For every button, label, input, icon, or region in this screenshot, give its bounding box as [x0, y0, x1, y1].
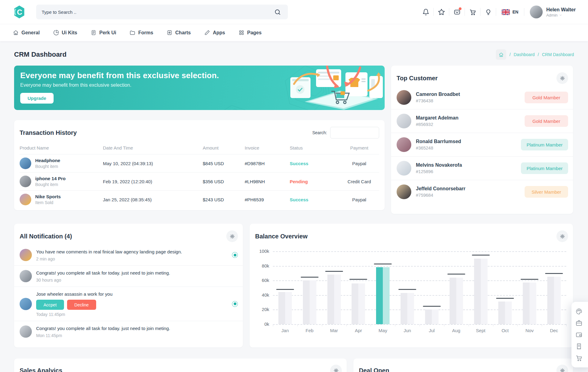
column-header: Date And Time: [103, 145, 203, 150]
nav-item-apps[interactable]: Apps: [204, 30, 225, 36]
chevron-down-icon: [559, 13, 562, 17]
target-marker: [301, 277, 318, 278]
breadcrumb-crm-dashboard[interactable]: CRM Dashboard: [542, 52, 574, 57]
x-tick: [273, 324, 273, 326]
notification-accpet-button[interactable]: Accpet: [36, 300, 64, 310]
breadcrumb-home-button[interactable]: [496, 49, 506, 60]
header-actions: EN Helen Walter Admin: [419, 5, 576, 19]
sales-settings-button[interactable]: [330, 365, 342, 372]
balance-bar: [450, 278, 463, 324]
customer-row: Jeffeld Connorsebarr#759684Silver Mamber: [391, 180, 573, 203]
target-marker: [521, 279, 538, 280]
chart-column-jan: [273, 251, 297, 324]
table-search-input[interactable]: [330, 127, 379, 139]
target-marker: [276, 289, 294, 290]
x-tick-label: Oct: [493, 328, 517, 333]
uk-flag-icon: [502, 9, 510, 15]
briefcase-icon: [575, 320, 582, 327]
chart-column-apr: [346, 251, 371, 324]
y-tick-label: 40k: [262, 292, 269, 298]
chart-column-dec: [542, 251, 566, 324]
unread-radio[interactable]: [232, 301, 238, 307]
folder-icon: [130, 30, 135, 36]
notification-item: Congrats! you complete all task for toda…: [14, 321, 243, 342]
balance-settings-button[interactable]: [556, 230, 568, 242]
balance-bar: [425, 309, 439, 324]
language-selector[interactable]: EN: [497, 9, 523, 15]
rail-wallet-button[interactable]: [571, 329, 588, 340]
nav-item-pages[interactable]: Pages: [239, 30, 262, 36]
chart-column-may: [371, 251, 395, 324]
amount-cell: $243 USD: [203, 197, 245, 202]
nav-item-general[interactable]: General: [13, 30, 40, 36]
gear-icon: [560, 234, 565, 239]
avatar: [20, 325, 32, 338]
nav-item-ui-kits[interactable]: Ui Kits: [53, 30, 77, 36]
avatar: [530, 6, 543, 18]
app-logo-icon[interactable]: C: [12, 5, 26, 19]
table-search: Search:: [312, 127, 379, 139]
notifications-title: All Notification (4): [20, 233, 72, 240]
notifications-settings-button[interactable]: [226, 230, 238, 242]
avatar: [397, 114, 411, 128]
nav-item-forms[interactable]: Forms: [130, 30, 153, 36]
upgrade-button[interactable]: Upgrade: [20, 93, 54, 104]
top-customer-title: Top Customer: [397, 75, 438, 82]
customer-row: Melvins Novakerofa#125896Platinum Mamber: [391, 156, 573, 180]
x-tick-label: Jul: [420, 328, 444, 333]
status-cell: Pending: [290, 179, 340, 184]
nav-item-charts[interactable]: Charts: [167, 30, 191, 36]
x-tick: [420, 324, 420, 326]
cart-button[interactable]: [466, 5, 480, 19]
table-row: iphone 14 ProBought itemFeb 19, 2022 (12…: [20, 172, 379, 190]
notification-dot: [459, 7, 462, 10]
target-marker: [349, 279, 367, 280]
rail-receipt-button[interactable]: [571, 340, 588, 352]
product-type: Bought item: [35, 182, 66, 187]
search-button[interactable]: [273, 5, 282, 19]
customer-name: Cameron Broadbet: [416, 92, 460, 97]
bell-button[interactable]: [419, 5, 433, 19]
breadcrumb-separator: /: [538, 52, 539, 57]
search-icon: [274, 9, 281, 16]
separator: [465, 8, 465, 16]
user-menu[interactable]: Helen Walter Admin: [525, 6, 576, 18]
avatar: [397, 184, 411, 199]
svg-text:C: C: [17, 8, 22, 16]
x-tick: [371, 324, 371, 326]
rail-briefcase-button[interactable]: [571, 317, 588, 329]
bulb-button[interactable]: [481, 5, 495, 19]
x-tick-label: Jun: [395, 328, 420, 333]
notification-time: 2 min ago: [36, 256, 182, 261]
notification-item: Congrats! you complete all task for toda…: [14, 265, 243, 287]
avatar: [20, 298, 32, 310]
avatar: [397, 90, 411, 105]
balance-overview-card: Balance Overview 100k80k60k40k20k0k JanF…: [250, 224, 573, 347]
mail-button[interactable]: [450, 5, 464, 19]
x-tick-label: May: [371, 328, 395, 333]
y-tick-label: 100k: [259, 249, 269, 254]
deal-settings-button[interactable]: [556, 365, 568, 372]
amount-cell: $845 USD: [203, 161, 245, 166]
breadcrumb-dashboard[interactable]: Dashboard: [514, 52, 535, 57]
nav-item-perk-ui[interactable]: Perk Ui: [91, 30, 116, 36]
top-header: C EN Helen Walter Admin: [0, 0, 588, 24]
gear-icon: [334, 368, 339, 372]
badge-icon: [167, 30, 172, 36]
gear-icon: [560, 368, 565, 372]
rail-cart-button[interactable]: [571, 352, 588, 364]
star-icon: [438, 9, 445, 16]
rail-palette-button[interactable]: [571, 306, 588, 317]
target-marker: [545, 273, 563, 274]
top-customer-settings-button[interactable]: [556, 72, 568, 84]
unread-radio[interactable]: [232, 252, 238, 258]
payment-cell: Paypal: [340, 197, 379, 202]
star-button[interactable]: [434, 5, 448, 19]
membership-badge: Silver Mamber: [525, 186, 568, 198]
notification-decline-button[interactable]: Decline: [67, 300, 96, 310]
datetime-cell: Jan 25, 2022 (08:35:45): [103, 197, 203, 202]
palette-icon: [575, 308, 582, 315]
x-tick-label: Sept: [469, 328, 493, 333]
chart-column-nov: [517, 251, 542, 324]
search-input[interactable]: [42, 9, 273, 15]
